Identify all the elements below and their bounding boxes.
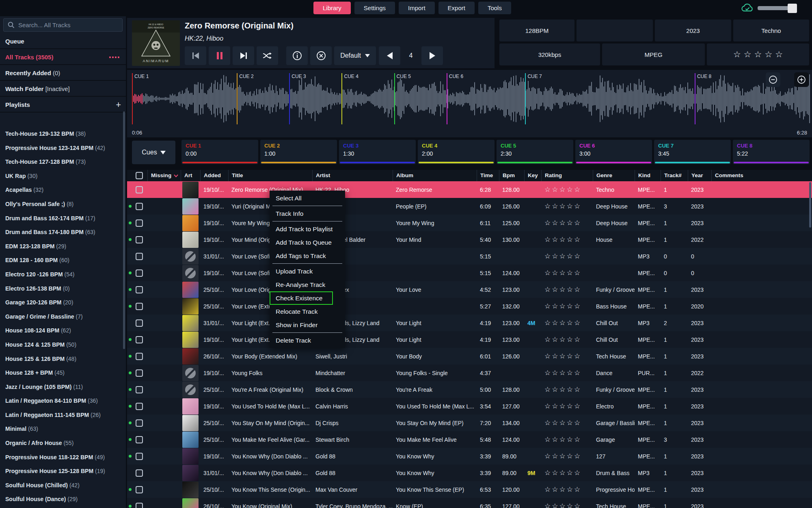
playlist-item[interactable]: Minimal (63) [0, 422, 126, 436]
header-cell-track[interactable]: Track# [661, 170, 688, 181]
zoom-in-button[interactable] [794, 72, 809, 87]
cue-marker[interactable] [695, 73, 695, 124]
tab-import[interactable]: Import [399, 2, 435, 14]
table-row[interactable]: 26/10/...You Know (Original Mix)Tyler Co… [127, 498, 812, 508]
meta-box-genre[interactable]: Techno [733, 20, 809, 41]
playlist-item[interactable]: UK Rap (30) [0, 169, 126, 183]
cue-box-cue-2[interactable]: CUE 21:00 [260, 140, 337, 164]
table-row[interactable]: 19/10/...Youre My Wing...Youre My Wing6:… [127, 215, 812, 231]
playlist-item[interactable]: House 128 + BPM (45) [0, 366, 126, 380]
playlist-item[interactable]: Electro 126-138 BPM (0) [0, 282, 126, 296]
row-checkbox[interactable] [136, 369, 143, 377]
playlist-item[interactable]: Progressive House 123-124 BPM (42) [0, 141, 126, 155]
row-checkbox[interactable] [136, 353, 143, 360]
row-checkbox[interactable] [136, 219, 143, 227]
menu-item-add-track-to-queue[interactable]: Add Track to Queue [270, 236, 345, 249]
playlist-item[interactable]: House 125 & 126 BPM (48) [0, 352, 126, 366]
playlist-item[interactable]: Soulful House (Chilled) (42) [0, 478, 126, 493]
header-cell-title[interactable]: Title [228, 170, 312, 181]
meta-box-bitrate[interactable]: 320kbps [499, 43, 600, 65]
playlist-item[interactable]: Tech-House 129-132 BPM (38) [0, 127, 126, 141]
menu-item-track-info[interactable]: Track Info [270, 207, 345, 220]
menu-item-upload-track[interactable]: Upload Track [270, 265, 345, 278]
sidebar-item-watch-folder[interactable]: Watch Folder [Inactive] [0, 81, 126, 97]
playlist-item[interactable]: Organic / Afro House (55) [0, 436, 126, 450]
header-cell-added[interactable]: Added [200, 170, 228, 181]
table-row[interactable]: 25/10/...You Know This Sense (Origin...M… [127, 481, 812, 498]
meta-box-bpm[interactable]: 128BPM [499, 20, 574, 41]
skip-forward-button[interactable] [233, 46, 254, 65]
playlist-item[interactable]: Olly's Personal Safe ;) (8) [0, 197, 126, 211]
meta-box-blank[interactable] [577, 20, 653, 41]
header-cell-kind[interactable]: Kind [635, 170, 661, 181]
prev-page-button[interactable] [379, 46, 400, 65]
playlist-item[interactable]: Latin / Reggaeton 84-110 BPM (36) [0, 394, 126, 408]
skip-back-button[interactable] [185, 46, 206, 65]
table-row[interactable]: 25/10/...You're A Freak (Original Mix)Bl… [127, 381, 812, 398]
table-row[interactable]: 31/01/...Your Light (Ext...ds, Lizzy Lan… [127, 315, 812, 331]
row-checkbox[interactable] [136, 419, 143, 427]
row-checkbox[interactable] [136, 203, 143, 210]
header-cell-artist[interactable]: Artist [312, 170, 393, 181]
table-row[interactable]: 19/10/...Your Light (Ext...ds, Lizzy Lan… [127, 331, 812, 348]
row-checkbox[interactable] [136, 436, 143, 443]
menu-item-re-analyse-track[interactable]: Re-Analyse Track [270, 278, 345, 291]
cue-box-cue-8[interactable]: CUE 85:22 [733, 140, 810, 164]
header-cell-time[interactable]: Time [477, 170, 499, 181]
table-row[interactable]: 31/01/...Your Love (Sofi...5:15☆☆☆☆☆MP30… [127, 248, 812, 265]
header-cell-comments[interactable]: Comments [711, 170, 812, 181]
sidebar-scrollbar[interactable] [123, 111, 125, 349]
add-playlist-button plus-icon[interactable]: + [116, 97, 121, 113]
row-checkbox[interactable] [136, 336, 143, 343]
playlist-item[interactable]: Garage 120-126 BPM (20) [0, 295, 126, 310]
playlist-item[interactable]: Electro 120 -126 BPM (54) [0, 267, 126, 282]
cue-box-cue-5[interactable]: CUE 52:30 [497, 140, 573, 164]
playlist-item[interactable]: EDM 128 - 160 BPM (60) [0, 253, 126, 267]
header-cell-bpm[interactable]: Bpm [499, 170, 524, 181]
row-checkbox[interactable] [136, 503, 143, 508]
header-cell-key[interactable]: Key [524, 170, 541, 181]
cue-marker[interactable] [341, 73, 342, 124]
table-row[interactable]: 25/10/...Your Love (Orig...exYour Love4:… [127, 281, 812, 298]
playlist-item[interactable]: Acapellas (32) [0, 183, 126, 197]
table-row[interactable]: 26/10/...Your Body (Extended Mix)Siwell,… [127, 348, 812, 365]
table-row[interactable]: 19/10/...Your Love (Sofi...5:15124.00☆☆☆… [127, 265, 812, 281]
table-row[interactable]: 25/10/...You Stay On My Mind (Origin...D… [127, 415, 812, 431]
row-checkbox[interactable] [136, 186, 143, 193]
menu-item-relocate-track[interactable]: Relocate Track [270, 305, 345, 318]
row-checkbox[interactable] [136, 403, 143, 410]
cue-marker[interactable] [447, 73, 447, 124]
sidebar-item-recently-added[interactable]: Recently Added (0) [0, 65, 126, 81]
row-checkbox[interactable] [136, 286, 143, 293]
menu-item-add-track-to-playlist[interactable]: Add Track to Playlist [270, 222, 345, 236]
cue-box-cue-4[interactable]: CUE 42:00 [418, 140, 495, 164]
menu-item-delete-track[interactable]: Delete Track [270, 334, 345, 347]
row-checkbox[interactable] [136, 303, 143, 310]
table-row[interactable]: 19/10/...Your Mind (Orig...el BalderYour… [127, 231, 812, 248]
table-row[interactable]: 19/10/...You Know Why (Don Diablo ...Gol… [127, 448, 812, 465]
sidebar-item-all-tracks[interactable]: All Tracks (3505) [0, 49, 126, 65]
playlist-item[interactable]: Progressive House 118-122 BPM (49) [0, 450, 126, 465]
playlist-item[interactable]: Tech-House 127-128 BPM (73) [0, 155, 126, 169]
playlist-item[interactable]: Soulful House (Dance) (29) [0, 492, 126, 506]
playlist-item[interactable]: House 124 & 125 BPM (50) [0, 338, 126, 352]
menu-item-show-in-finder[interactable]: Show in Finder [270, 318, 345, 332]
header-cell-missing[interactable]: Missing [147, 170, 181, 181]
tab-export[interactable]: Export [438, 2, 475, 14]
header-cell-art[interactable]: Art [181, 170, 200, 181]
header-cell-year[interactable]: Year [688, 170, 711, 181]
tab-tools[interactable]: Tools [478, 2, 511, 14]
cue-box-cue-3[interactable]: CUE 31:30 [339, 140, 416, 164]
meta-box-year[interactable]: 2023 [655, 20, 731, 41]
table-row[interactable]: 19/10/...You Used To Hold Me (Max L...Ca… [127, 398, 812, 415]
row-checkbox[interactable] [136, 386, 143, 393]
tab-library[interactable]: Library [313, 2, 351, 14]
playlist-item[interactable]: Jazz / Lounge (105 BPM) (11) [0, 380, 126, 394]
playlist-item[interactable]: Tech-House 122-126 BPM (81) [0, 506, 126, 508]
waveform[interactable] [132, 73, 810, 124]
row-checkbox[interactable] [136, 253, 143, 260]
cue-marker[interactable] [237, 73, 238, 124]
playlist-item[interactable]: EDM 123-128 BPM (29) [0, 239, 126, 254]
header-cell-album[interactable]: Album [393, 170, 477, 181]
header-cell-rating[interactable]: Rating [541, 170, 593, 181]
